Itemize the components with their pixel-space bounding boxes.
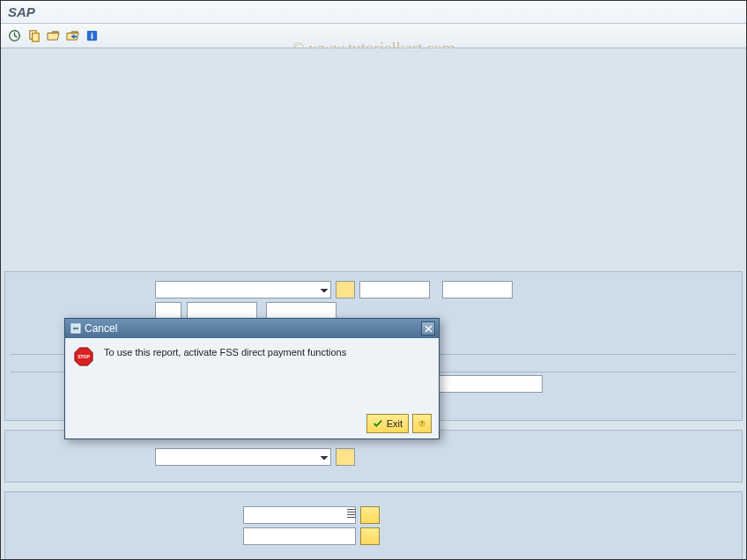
panel1-small-field[interactable]: [155, 302, 181, 320]
dialog-message: To use this report, activate FSS direct …: [104, 345, 346, 366]
panel1-required-field[interactable]: [336, 281, 355, 298]
check-icon: [373, 418, 383, 429]
help-icon: ?: [418, 417, 425, 430]
panel1-select[interactable]: [155, 281, 331, 298]
toolbar: i: [1, 24, 746, 48]
exit-button-label: Exit: [387, 418, 403, 429]
panel1-text-2[interactable]: [442, 281, 513, 298]
content-area: [1, 48, 746, 559]
panel1-med-1[interactable]: [187, 302, 257, 320]
panel3-selection-button-2[interactable]: [360, 527, 380, 545]
close-icon: [425, 325, 433, 333]
cancel-dialog: Cancel STOP To use this report, activate…: [64, 318, 440, 439]
dialog-footer: Exit ?: [366, 414, 432, 433]
dialog-titlebar: Cancel: [65, 319, 439, 338]
panel2-required-field[interactable]: [336, 448, 355, 466]
panel1-med-2[interactable]: [266, 302, 337, 320]
panel2-select[interactable]: [155, 448, 331, 466]
title-bar: SAP: [1, 1, 746, 24]
dialog-title-text: Cancel: [85, 322, 117, 335]
svg-text:STOP: STOP: [78, 354, 90, 359]
copy-icon[interactable]: [26, 28, 41, 44]
panel1-text-1[interactable]: [359, 281, 430, 298]
app-title: SAP: [8, 4, 35, 19]
folder-arrow-icon[interactable]: [64, 28, 80, 44]
dialog-close-button[interactable]: [421, 321, 435, 335]
svg-text:?: ?: [420, 421, 423, 426]
help-button[interactable]: ?: [412, 414, 432, 433]
clock-icon[interactable]: [6, 28, 22, 44]
open-folder-icon[interactable]: [45, 28, 61, 44]
panel3-field-2[interactable]: [243, 527, 356, 545]
svg-text:i: i: [91, 31, 93, 41]
info-icon[interactable]: i: [84, 28, 100, 44]
panel3-field-1[interactable]: [243, 506, 356, 524]
stop-icon: STOP: [74, 347, 93, 366]
svg-rect-2: [32, 33, 39, 41]
dialog-body: STOP To use this report, activate FSS di…: [65, 338, 439, 373]
dialog-title-icon: [70, 323, 81, 334]
exit-button[interactable]: Exit: [366, 414, 409, 433]
value-help-icon[interactable]: [347, 509, 356, 519]
form-panel-3: [4, 491, 743, 560]
panel3-selection-button-1[interactable]: [360, 506, 380, 524]
